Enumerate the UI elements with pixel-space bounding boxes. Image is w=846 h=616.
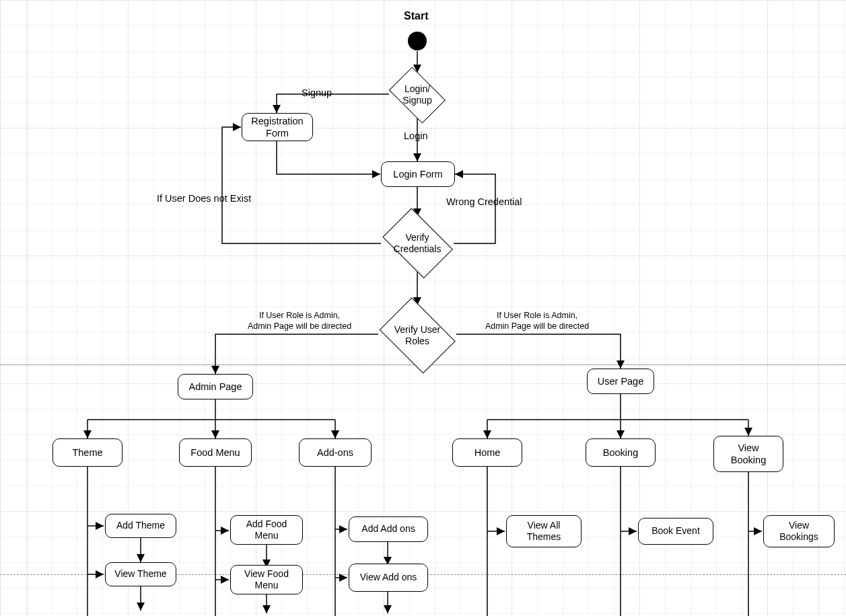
node-view-all-themes: View All Themes <box>506 515 581 547</box>
edge-wrong-credential: Wrong Credential <box>446 196 522 207</box>
node-user-page: User Page <box>587 369 654 394</box>
node-book-event: Book Event <box>638 518 713 545</box>
start-label: Start <box>404 10 428 22</box>
edge-signup: Signup <box>302 87 332 98</box>
node-food-menu: Food Menu <box>179 438 252 467</box>
node-view-addons: View Add ons <box>349 564 428 592</box>
decision-verify-credentials: Verify Credentials <box>377 215 458 272</box>
node-view-bookings: View Bookings <box>763 515 835 547</box>
decision-verify-credentials-label: Verify Credentials <box>377 215 458 272</box>
edge-user-not-exist: If User Does not Exist <box>157 193 251 204</box>
decision-login-signup: Login/ Signup <box>385 73 450 117</box>
node-view-food-menu: View Food Menu <box>230 565 303 594</box>
node-registration-form: Registration Form <box>242 113 313 141</box>
start-node <box>408 32 427 50</box>
node-booking: Booking <box>586 438 656 467</box>
edge-role-admin-right: If User Role is Admin, Admin Page will b… <box>477 311 598 332</box>
node-add-addons: Add Add ons <box>349 516 428 542</box>
node-addons: Add-ons <box>299 438 372 467</box>
decision-login-signup-label: Login/ Signup <box>385 73 450 117</box>
decision-verify-roles-label: Verify User Roles <box>374 304 460 367</box>
node-home: Home <box>452 438 522 467</box>
decision-verify-roles: Verify User Roles <box>374 304 460 367</box>
node-add-theme: Add Theme <box>105 514 176 538</box>
diagram-canvas: Start Login/ Signup Verify Credentials V… <box>0 0 846 616</box>
grid-edge-left <box>27 0 28 616</box>
node-login-form: Login Form <box>381 161 455 187</box>
node-admin-page: Admin Page <box>178 374 253 399</box>
edge-role-admin-left: If User Role is Admin, Admin Page will b… <box>239 311 360 332</box>
node-view-theme: View Theme <box>105 562 176 586</box>
node-add-food-menu: Add Food Menu <box>230 515 303 545</box>
edge-login: Login <box>404 130 427 141</box>
node-theme: Theme <box>52 438 122 467</box>
node-view-booking: View Booking <box>713 436 783 472</box>
